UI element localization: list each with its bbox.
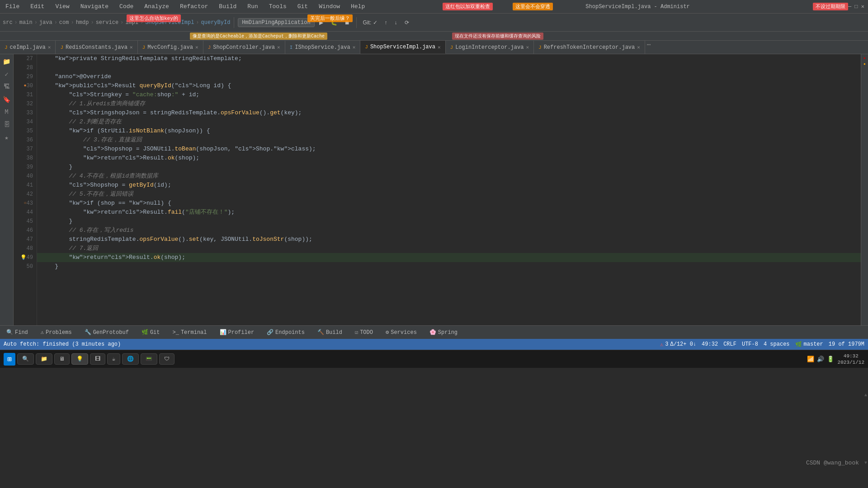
tray-volume[interactable]: 🔊 — [817, 356, 824, 363]
taskbar-ppt[interactable]: 🎞 — [90, 353, 105, 365]
bottom-tab-problems[interactable]: ⚠Problems — [36, 327, 76, 338]
bottom-tab-git[interactable]: 🌿Git — [137, 327, 165, 338]
code-line-48[interactable]: // 7.返回 — [37, 244, 861, 253]
code-line-31[interactable]: "cls">String key = "cache:shop:" + id; — [37, 90, 861, 99]
status-indent[interactable]: 4 spaces — [764, 341, 790, 348]
close-tab-refresh[interactable]: ✕ — [637, 44, 640, 50]
code-line-34[interactable]: // 2.判断是否存在 — [37, 117, 861, 127]
tab-refreshtoken[interactable]: J RefreshTokenInterceptor.java ✕ — [534, 41, 645, 54]
bottom-tab-profiler[interactable]: 📊Profiler — [215, 327, 259, 338]
code-line-38[interactable]: "kw">return "cls">Result.ok(shop); — [37, 154, 861, 163]
taskbar-chrome[interactable]: 🌐 — [122, 353, 139, 365]
taskbar-clock[interactable]: 49:32 2023/1/12 — [838, 353, 864, 366]
more-tabs[interactable]: ⋯ — [647, 41, 651, 54]
git-pull[interactable]: ↓ — [392, 18, 400, 28]
tab-shopcontroller[interactable]: J ShopController.java ✕ — [203, 41, 285, 54]
git-history[interactable]: ⟳ — [402, 18, 412, 28]
scroll-up-btn[interactable]: ▲ — [864, 393, 867, 398]
menu-build[interactable]: Build — [217, 2, 238, 11]
status-git-branch[interactable]: 🌿 master — [795, 341, 823, 348]
taskbar-search[interactable]: 🔍 — [17, 353, 34, 365]
close-tab-mvc[interactable]: ✕ — [195, 44, 198, 50]
status-errors[interactable]: ⚠ 3 Δ/12+ 0↓ — [660, 341, 696, 348]
tab-ishopservice[interactable]: I IShopService.java ✕ — [285, 41, 361, 54]
tab-redisconstants[interactable]: J RedisConstants.java ✕ — [56, 41, 137, 54]
menu-help[interactable]: Help — [349, 2, 367, 11]
bc-service[interactable]: service — [96, 19, 118, 26]
code-line-46[interactable]: // 6.存在，写入redis — [37, 226, 861, 235]
tray-battery[interactable]: 🔋 — [827, 356, 834, 363]
close-tab-ishop[interactable]: ✕ — [353, 44, 356, 50]
bottom-tab-todo[interactable]: ☑TODO — [350, 327, 377, 338]
code-line-33[interactable]: "cls">String shopJson = stringRedisTempl… — [37, 108, 861, 117]
tab-logininterceptor[interactable]: J LoginInterceptor.java ✕ — [446, 41, 534, 54]
taskbar-monitor[interactable]: 🖥 — [54, 353, 70, 365]
taskbar-security[interactable]: 🛡 — [159, 353, 175, 365]
status-autofetch[interactable]: Auto fetch: finished (3 minutes ago) — [4, 341, 121, 347]
tab-ceimpl[interactable]: J ceImpl.java ✕ — [0, 41, 56, 54]
tray-network[interactable]: 📶 — [807, 356, 814, 363]
tab-shopserviceimpl[interactable]: J ShopServiceImpl.java ✕ — [360, 41, 445, 54]
bottom-tab-genprotobuf[interactable]: 🔧GenProtobuf — [80, 327, 133, 338]
close-tab-redis[interactable]: ✕ — [130, 44, 133, 50]
bc-com[interactable]: com — [59, 19, 69, 26]
taskbar-java[interactable]: ☕ — [107, 353, 120, 365]
status-encoding[interactable]: CRLF — [723, 341, 736, 348]
menu-bar[interactable]: File Edit View Navigate Code Analyze Ref… — [4, 2, 367, 11]
code-line-39[interactable]: } — [37, 163, 861, 172]
menu-view[interactable]: View — [53, 2, 71, 11]
code-line-32[interactable]: // 1.从redis查询商铺缓存 — [37, 99, 861, 108]
bottom-tab-build[interactable]: 🔨Build — [313, 327, 347, 338]
menu-run[interactable]: Run — [245, 2, 259, 11]
sidebar-database[interactable]: 🗄 — [1, 119, 12, 130]
menu-code[interactable]: Code — [118, 2, 135, 11]
code-line-44[interactable]: "kw">return "cls">Result.fail("店铺不存在！"); — [37, 208, 861, 217]
menu-git[interactable]: Git — [296, 2, 310, 11]
status-lines[interactable]: 19 of 1979M — [829, 341, 864, 348]
sidebar-maven[interactable]: M — [1, 107, 12, 117]
sidebar-commit[interactable]: ✓ — [1, 69, 12, 80]
code-line-40[interactable]: // 4.不存在，根据id查询数据库 — [37, 172, 861, 181]
sidebar-project[interactable]: 📁 — [1, 56, 12, 67]
menu-file[interactable]: File — [4, 2, 21, 11]
taskbar-terminal[interactable]: 📟 — [141, 353, 157, 365]
bc-querybyid[interactable]: queryById — [201, 19, 231, 26]
bottom-tab-services[interactable]: ⚙Services — [381, 327, 421, 338]
code-line-35[interactable]: "kw">if (StrUtil.isNotBlank(shopJson)) { — [37, 127, 861, 136]
bottom-tab-spring[interactable]: 🌸Spring — [425, 327, 462, 338]
menu-analyze[interactable]: Analyze — [142, 2, 171, 11]
start-button[interactable]: ⊞ — [4, 353, 15, 366]
bc-java[interactable]: java — [39, 19, 52, 26]
code-line-42[interactable]: // 5.不存在，返回错误 — [37, 190, 861, 199]
code-line-37[interactable]: "cls">Shop shop = JSONUtil.toBean(shopJs… — [37, 145, 861, 154]
code-line-43[interactable]: "kw">if (shop == "kw">null) { — [37, 199, 861, 208]
taskbar-idea[interactable]: 💡 — [71, 353, 88, 365]
code-line-28[interactable] — [37, 63, 861, 72]
code-line-36[interactable]: // 3.存在，直接返回 — [37, 136, 861, 145]
tab-mvcconfig[interactable]: J MvcConfig.java ✕ — [138, 41, 203, 54]
code-line-30[interactable]: "kw">public "cls">Result queryById("cls"… — [37, 81, 861, 90]
taskbar-explorer[interactable]: 📁 — [36, 353, 52, 365]
code-content[interactable]: "kw">private StringRedisTemplate stringR… — [37, 54, 861, 325]
menu-refactor[interactable]: Refactor — [178, 2, 210, 11]
sidebar-bookmarks[interactable]: 🔖 — [1, 94, 12, 105]
code-line-49[interactable]: "kw">return "cls">Result.ok(shop); — [37, 253, 861, 262]
bc-main[interactable]: main — [19, 19, 33, 26]
code-line-41[interactable]: "cls">Shop shop = getById(id); — [37, 181, 861, 190]
code-line-45[interactable]: } — [37, 217, 861, 226]
close-tab-login[interactable]: ✕ — [526, 44, 529, 50]
git-button[interactable]: Git: ✓ — [360, 18, 380, 28]
close-tab-shopctrl[interactable]: ✕ — [277, 44, 280, 50]
bc-src[interactable]: src — [3, 19, 13, 26]
menu-tools[interactable]: Tools — [267, 2, 288, 11]
status-charset[interactable]: UTF-8 — [742, 341, 758, 348]
scroll-down-btn[interactable]: ▼ — [864, 460, 867, 465]
bottom-tab-terminal[interactable]: >_Terminal — [168, 328, 211, 338]
menu-edit[interactable]: Edit — [28, 2, 46, 11]
run-config[interactable]: HmDianPingApplication — [238, 18, 314, 27]
code-line-27[interactable]: "kw">private StringRedisTemplate stringR… — [37, 54, 861, 63]
bc-hmdp[interactable]: hmdp — [76, 19, 89, 26]
code-line-29[interactable]: "anno">@Override — [37, 72, 861, 81]
close-tab-shopimpl[interactable]: ✕ — [438, 44, 441, 50]
code-line-50[interactable]: } — [37, 262, 861, 271]
